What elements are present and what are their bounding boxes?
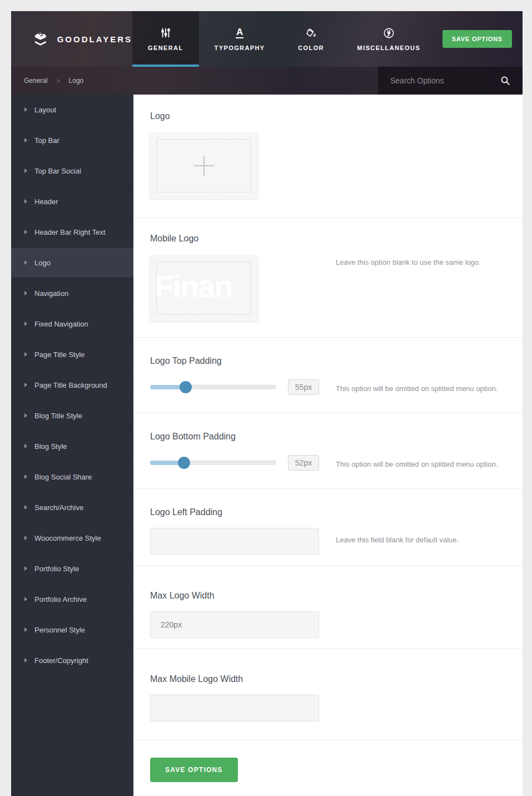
sidebar-item-portfolio-style[interactable]: Portfolio Style [11,553,133,584]
tab-miscellaneous-label: MISCELLANEOUS [357,45,421,51]
chevron-right-icon [24,627,27,632]
section-title: Max Mobile Logo Width [150,674,506,684]
section-mobile-logo: Mobile Logo Finan Leave this option blan… [133,217,523,337]
save-options-button-top[interactable]: SAVE OPTIONS [442,30,512,48]
chevron-right-icon [24,230,27,234]
sidebar-item-label: Blog Title Style [34,412,82,420]
plug-icon [383,27,395,39]
main-area: Layout Top Bar Top Bar Social Header Hea… [11,95,523,796]
breadcrumb-separator: > [57,78,60,84]
sidebar-item-header[interactable]: Header [11,186,133,217]
sidebar-item-label: Logo [34,259,51,267]
sidebar-item-woocommerce-style[interactable]: Woocommerce Style [11,523,133,553]
chevron-right-icon [24,322,27,326]
sidebar-item-portfolio-archive[interactable]: Portfolio Archive [11,584,133,615]
sidebar-item-label: Top Bar Social [34,167,81,175]
section-logo-left-padding: Logo Left Padding Leave this field blank… [133,488,523,565]
content-footer: SAVE OPTIONS [133,740,523,796]
theme-options-panel: GOODLAYERS GENERAL A TYPOGRAPHY [11,11,523,796]
chevron-right-icon [24,597,27,601]
sidebar-item-label: Portfolio Style [34,565,79,573]
max-mobile-logo-width-input[interactable] [150,695,319,721]
logo-bottom-padding-value[interactable]: 52px [288,455,319,471]
tab-typography-label: TYPOGRAPHY [215,45,265,51]
chevron-right-icon [24,383,27,387]
sidebar-item-label: Personnel Style [34,626,85,634]
search-input[interactable] [390,76,500,85]
chevron-right-icon [24,138,27,142]
section-title: Logo Bottom Padding [150,432,506,442]
sidebar-item-label: Blog Style [34,442,67,451]
sidebar-item-label: Woocommerce Style [34,534,101,542]
tab-color[interactable]: COLOR [281,11,342,67]
section-max-logo-width: Max Logo Width [133,565,523,649]
sidebar-item-label: Blog Social Share [34,473,92,481]
section-title: Logo Left Padding [150,507,506,517]
sidebar-item-footer-copyright[interactable]: Footer/Copyright [11,645,133,676]
tab-general[interactable]: GENERAL [132,11,199,67]
chevron-right-icon [24,444,27,448]
chevron-right-icon [24,291,27,295]
search-icon[interactable] [500,76,510,86]
logo-left-padding-input[interactable] [150,528,319,555]
sidebar-item-header-bar-right-text[interactable]: Header Bar Right Text [11,217,133,248]
chevron-right-icon [24,658,27,662]
brand-name: GOODLAYERS [57,34,132,44]
sidebar-item-layout[interactable]: Layout [11,95,133,125]
brand: GOODLAYERS [11,11,132,67]
paint-bucket-icon [305,27,317,39]
logo-upload-box[interactable] [150,133,257,199]
content: Logo Mobile Logo Finan [133,95,523,796]
sidebar-item-navigation[interactable]: Navigation [11,278,133,309]
sidebar-item-blog-style[interactable]: Blog Style [11,431,133,462]
chevron-right-icon [24,536,27,540]
sidebar-item-search-archive[interactable]: Search/Archive [11,492,133,523]
breadcrumb-item-logo[interactable]: Logo [69,77,84,85]
sidebar-item-label: Search/Archive [34,503,83,512]
sidebar-item-label: Footer/Copyright [34,656,88,665]
chevron-right-icon [24,352,27,357]
section-title: Logo [150,111,506,121]
search-box [378,67,523,95]
sidebar-item-page-title-background[interactable]: Page Title Background [11,370,133,401]
sidebar-item-label: Portfolio Archive [34,595,87,604]
sidebar-item-label: Top Bar [34,136,59,145]
save-options-button-bottom[interactable]: SAVE OPTIONS [150,758,238,782]
sidebar-item-label: Fixed Navigation [34,320,88,328]
breadcrumb-item-general[interactable]: General [24,77,48,85]
sidebar-item-logo[interactable]: Logo [11,248,133,278]
sidebar-item-label: Navigation [34,289,68,298]
max-logo-width-input[interactable] [150,611,319,638]
chevron-right-icon [24,566,27,571]
sidebar-item-label: Header Bar Right Text [34,228,106,236]
sidebar-item-fixed-navigation[interactable]: Fixed Navigation [11,309,133,339]
chevron-right-icon [24,505,27,510]
field-note: This option will be omitted on splitted … [336,380,506,394]
field-note: Leave this field blank for default value… [336,528,506,546]
sidebar-item-blog-title-style[interactable]: Blog Title Style [11,401,133,431]
logo-top-padding-slider[interactable] [150,385,276,389]
app-header: GOODLAYERS GENERAL A TYPOGRAPHY [11,11,523,67]
tab-typography[interactable]: A TYPOGRAPHY [199,11,281,67]
slider-knob[interactable] [178,457,190,469]
sidebar-item-label: Page Title Background [34,381,107,389]
tab-color-label: COLOR [298,45,324,51]
mobile-logo-upload-box[interactable]: Finan [150,255,257,321]
breadcrumb: General > Logo [11,67,83,95]
sidebar-item-label: Page Title Style [34,350,84,359]
header-tabs: GENERAL A TYPOGRAPHY COLOR [132,11,436,67]
sidebar-item-top-bar[interactable]: Top Bar [11,125,133,156]
field-note: This option will be omitted on splitted … [336,456,506,470]
chevron-right-icon [24,260,27,265]
sidebar-item-top-bar-social[interactable]: Top Bar Social [11,156,133,186]
logo-top-padding-value[interactable]: 55px [288,379,319,395]
plus-icon [194,156,214,176]
logo-bottom-padding-slider[interactable] [150,461,276,465]
sidebar-item-blog-social-share[interactable]: Blog Social Share [11,462,133,492]
sidebar-item-personnel-style[interactable]: Personnel Style [11,615,133,645]
slider-knob[interactable] [180,381,192,393]
chevron-right-icon [24,199,27,204]
sidebar-item-page-title-style[interactable]: Page Title Style [11,339,133,370]
section-logo-top-padding: Logo Top Padding 55px This option will b… [133,337,523,413]
tab-miscellaneous[interactable]: MISCELLANEOUS [342,11,436,67]
